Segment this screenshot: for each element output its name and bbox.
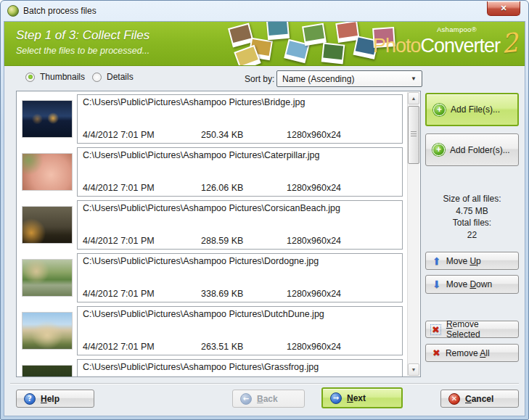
brand-photo-label: Photo xyxy=(373,35,421,57)
cancel-button[interactable]: ✕ Cancel xyxy=(440,390,519,408)
remove-x-icon: ✖ xyxy=(432,348,440,358)
remove-x-icon: ✖ xyxy=(430,324,441,335)
file-info-box: C:\Users\Public\Pictures\Ashampoo Pictur… xyxy=(77,147,403,197)
file-info-box: C:\Users\Public\Pictures\Ashampoo Pictur… xyxy=(77,200,403,250)
file-info-box: C:\Users\Public\Pictures\Ashampoo Pictur… xyxy=(77,253,403,302)
file-dimensions: 1280x960x24 xyxy=(287,342,399,352)
details-radio[interactable]: Details xyxy=(92,72,134,82)
next-label: Next xyxy=(347,393,366,403)
thumbnails-radio-label: Thumbnails xyxy=(40,72,85,82)
remove-all-button[interactable]: ✖ Remove All xyxy=(425,344,519,362)
cancel-x-icon: ✕ xyxy=(448,393,460,405)
file-dimensions: 1280x960x24 xyxy=(287,236,399,246)
plus-icon: + xyxy=(432,144,445,156)
dialog-client-area: Step 1 of 3: Collect Files Select the fi… xyxy=(4,21,525,416)
file-date: 4/4/2012 7:01 PM xyxy=(83,236,201,246)
arrow-down-icon: ⬇ xyxy=(432,279,441,289)
file-size: 338.69 KB xyxy=(201,289,287,299)
file-thumbnail xyxy=(22,100,73,138)
file-info-box: C:\Users\Public\Pictures\Ashampoo Pictur… xyxy=(77,306,403,355)
close-button[interactable]: ✕ xyxy=(487,1,520,16)
cancel-label: Cancel xyxy=(465,394,493,404)
file-date: 4/4/2012 7:01 PM xyxy=(83,183,201,193)
file-thumbnail xyxy=(22,153,73,191)
footer-divider xyxy=(10,383,519,384)
file-size: 126.06 KB xyxy=(201,183,287,193)
file-dimensions: 1280x960x24 xyxy=(287,130,399,140)
help-icon: ? xyxy=(24,393,36,405)
file-path: C:\Users\Public\Pictures\Ashampoo Pictur… xyxy=(83,97,399,107)
brand-ashampoo-label: Ashampoo® xyxy=(373,25,517,33)
size-of-all-files-value: 4.75 MB xyxy=(422,205,522,218)
help-label: Help xyxy=(41,394,60,404)
scroll-up-icon[interactable]: ▲ xyxy=(408,92,419,104)
file-date: 4/4/2012 7:01 PM xyxy=(83,289,201,299)
add-files-label: Add File(s)... xyxy=(451,104,500,115)
file-size: 250.34 KB xyxy=(201,130,287,140)
move-up-label: Move Up xyxy=(446,256,481,266)
add-files-button[interactable]: + Add File(s)... xyxy=(425,93,519,126)
move-up-button[interactable]: ⬆ Move Up xyxy=(425,252,519,270)
back-label: Back xyxy=(257,394,278,404)
file-dimensions: 1280x960x24 xyxy=(287,289,399,299)
sort-by-dropdown[interactable]: Name (Ascending) ▼ xyxy=(276,70,422,87)
list-item[interactable]: C:\Users\Public\Pictures\Ashampoo Pictur… xyxy=(22,253,403,302)
remove-selected-label: Remove Selected xyxy=(446,319,514,339)
list-item[interactable]: C:\Users\Public\Pictures\Ashampoo Pictur… xyxy=(22,306,403,355)
photoconverter-logo: Ashampoo® PhotoConverter2 xyxy=(373,25,517,56)
app-icon xyxy=(7,5,19,17)
dialog-window: Batch process files ✕ Step 1 of 3: Colle… xyxy=(0,0,529,420)
move-down-button[interactable]: ⬇ Move Down xyxy=(425,275,519,294)
plus-icon: + xyxy=(433,104,446,116)
photo-collage-polaroid xyxy=(321,43,345,65)
file-thumbnail xyxy=(22,365,73,376)
list-item[interactable]: C:\Users\Public\Pictures\Ashampoo Pictur… xyxy=(22,147,403,197)
next-arrow-icon: → xyxy=(330,392,342,404)
brand-2-numeral: 2 xyxy=(501,33,519,54)
wizard-step-subtitle: Select the files to be processed... xyxy=(16,46,149,56)
move-down-label: Move Down xyxy=(446,279,492,289)
total-files-label: Total files: xyxy=(422,217,522,229)
total-files-value: 22 xyxy=(422,229,522,242)
sort-by-label: Sort by: xyxy=(245,74,274,84)
remove-selected-button[interactable]: ✖ Remove Selected xyxy=(425,321,519,338)
scrollbar-grip xyxy=(411,131,417,137)
scroll-down-icon[interactable]: ▼ xyxy=(408,363,419,376)
sort-by-value: Name (Ascending) xyxy=(282,74,354,84)
wizard-step-title: Step 1 of 3: Collect Files xyxy=(16,28,149,43)
next-button[interactable]: → Next xyxy=(321,387,403,408)
list-item[interactable]: C:\Users\Public\Pictures\Ashampoo Pictur… xyxy=(22,200,403,250)
scrollbar-thumb[interactable] xyxy=(408,106,419,164)
file-path: C:\Users\Public\Pictures\Ashampoo Pictur… xyxy=(83,256,399,266)
radio-unselected-icon xyxy=(92,73,102,82)
thumbnails-radio[interactable]: Thumbnails xyxy=(25,72,85,82)
back-arrow-icon: ← xyxy=(240,393,252,405)
file-dimensions: 1280x960x24 xyxy=(287,183,399,193)
brand-converter-label: Converter xyxy=(421,35,501,57)
size-of-all-files-label: Size of all files: xyxy=(422,193,522,205)
file-size: 288.59 KB xyxy=(201,236,287,246)
titlebar: Batch process files xyxy=(1,1,528,21)
add-folders-button[interactable]: + Add Folder(s)... xyxy=(425,133,519,166)
arrow-up-icon: ⬆ xyxy=(432,256,441,266)
details-radio-label: Details xyxy=(107,72,134,82)
file-info-box: C:\Users\Public\Pictures\Ashampoo Pictur… xyxy=(77,94,403,144)
photo-collage-polaroid xyxy=(266,22,290,40)
wizard-header: Step 1 of 3: Collect Files Select the fi… xyxy=(4,22,525,66)
file-thumbnail xyxy=(22,206,73,244)
chevron-down-icon: ▼ xyxy=(411,75,417,82)
back-button: ← Back xyxy=(232,390,305,408)
file-path: C:\Users\Public\Pictures\Ashampoo Pictur… xyxy=(83,309,399,319)
file-thumbnail xyxy=(22,259,73,297)
file-date: 4/4/2012 7:01 PM xyxy=(83,342,201,352)
file-thumbnail xyxy=(22,312,73,350)
file-path: C:\Users\Public\Pictures\Ashampoo Pictur… xyxy=(83,203,399,213)
list-item[interactable]: C:\Users\Public\Pictures\Ashampoo Pictur… xyxy=(22,359,403,376)
list-item[interactable]: C:\Users\Public\Pictures\Ashampoo Pictur… xyxy=(22,94,403,144)
help-button[interactable]: ? Help xyxy=(16,390,94,408)
file-path: C:\Users\Public\Pictures\Ashampoo Pictur… xyxy=(83,150,399,160)
list-scrollbar[interactable]: ▲ ▼ xyxy=(407,92,419,376)
window-title: Batch process files xyxy=(23,6,97,16)
file-info-box: C:\Users\Public\Pictures\Ashampoo Pictur… xyxy=(77,359,403,376)
radio-selected-icon xyxy=(25,73,35,82)
